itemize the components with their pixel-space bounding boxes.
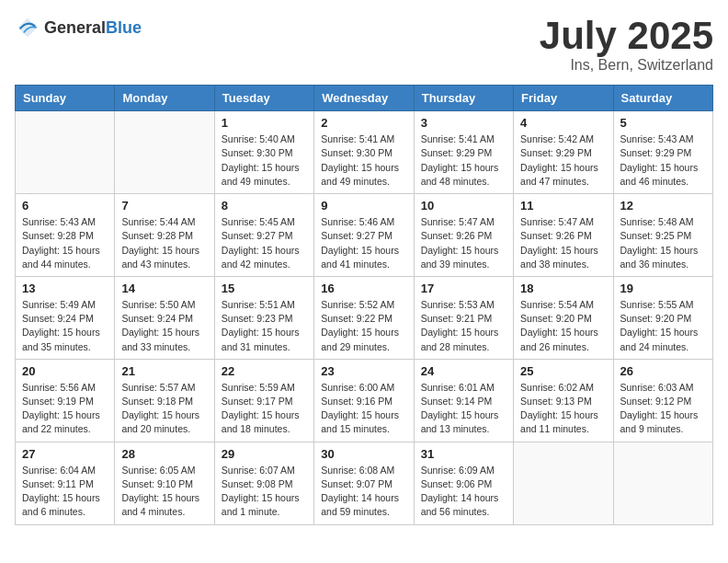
calendar-cell: [514, 442, 613, 524]
logo: GeneralBlue: [15, 15, 142, 40]
day-number: 3: [421, 116, 506, 130]
month-title: July 2025: [540, 15, 713, 57]
day-info: Sunrise: 5:47 AM Sunset: 9:26 PM Dayligh…: [520, 215, 606, 271]
day-info: Sunrise: 6:00 AM Sunset: 9:16 PM Dayligh…: [321, 381, 406, 437]
calendar-cell: 10Sunrise: 5:47 AM Sunset: 9:26 PM Dayli…: [414, 194, 513, 277]
calendar-cell: [115, 111, 214, 194]
calendar-cell: 8Sunrise: 5:45 AM Sunset: 9:27 PM Daylig…: [214, 194, 313, 277]
day-info: Sunrise: 5:43 AM Sunset: 9:28 PM Dayligh…: [22, 215, 108, 271]
day-number: 14: [121, 282, 207, 295]
day-number: 11: [520, 199, 606, 213]
calendar-cell: 12Sunrise: 5:48 AM Sunset: 9:25 PM Dayli…: [613, 194, 712, 277]
day-number: 29: [222, 447, 307, 461]
day-number: 5: [620, 116, 706, 130]
week-row: 13Sunrise: 5:49 AM Sunset: 9:24 PM Dayli…: [16, 276, 713, 359]
week-row: 27Sunrise: 6:04 AM Sunset: 9:11 PM Dayli…: [16, 442, 713, 524]
day-info: Sunrise: 5:41 AM Sunset: 9:30 PM Dayligh…: [321, 132, 406, 189]
day-number: 24: [421, 364, 506, 378]
day-number: 10: [421, 199, 506, 213]
calendar-cell: 27Sunrise: 6:04 AM Sunset: 9:11 PM Dayli…: [16, 442, 115, 524]
weekday-header-row: SundayMondayTuesdayWednesdayThursdayFrid…: [16, 86, 713, 111]
day-number: 19: [620, 282, 706, 295]
day-info: Sunrise: 6:09 AM Sunset: 9:06 PM Dayligh…: [421, 464, 506, 520]
day-info: Sunrise: 5:43 AM Sunset: 9:29 PM Dayligh…: [620, 132, 706, 189]
title-block: July 2025 Ins, Bern, Switzerland: [540, 15, 713, 74]
calendar-cell: 19Sunrise: 5:55 AM Sunset: 9:20 PM Dayli…: [613, 276, 712, 359]
day-number: 2: [321, 116, 406, 130]
calendar-cell: 24Sunrise: 6:01 AM Sunset: 9:14 PM Dayli…: [414, 359, 513, 442]
calendar-cell: 17Sunrise: 5:53 AM Sunset: 9:21 PM Dayli…: [414, 276, 513, 359]
calendar-cell: 21Sunrise: 5:57 AM Sunset: 9:18 PM Dayli…: [115, 359, 214, 442]
weekday-header: Thursday: [414, 86, 513, 111]
day-number: 16: [321, 282, 406, 295]
calendar-cell: 31Sunrise: 6:09 AM Sunset: 9:06 PM Dayli…: [414, 442, 513, 524]
day-info: Sunrise: 5:59 AM Sunset: 9:17 PM Dayligh…: [222, 381, 307, 437]
day-info: Sunrise: 5:50 AM Sunset: 9:24 PM Dayligh…: [121, 298, 207, 354]
day-number: 22: [222, 364, 307, 378]
weekday-header: Friday: [514, 86, 613, 111]
day-info: Sunrise: 6:08 AM Sunset: 9:07 PM Dayligh…: [321, 464, 406, 520]
location-title: Ins, Bern, Switzerland: [540, 57, 713, 74]
day-info: Sunrise: 6:03 AM Sunset: 9:12 PM Dayligh…: [620, 381, 706, 437]
calendar-cell: 11Sunrise: 5:47 AM Sunset: 9:26 PM Dayli…: [514, 194, 613, 277]
day-number: 12: [620, 199, 706, 213]
day-info: Sunrise: 5:48 AM Sunset: 9:25 PM Dayligh…: [620, 215, 706, 271]
calendar-cell: 3Sunrise: 5:41 AM Sunset: 9:29 PM Daylig…: [414, 111, 513, 194]
day-number: 4: [520, 116, 606, 130]
day-number: 26: [620, 364, 706, 378]
day-info: Sunrise: 5:46 AM Sunset: 9:27 PM Dayligh…: [321, 215, 406, 271]
day-number: 9: [321, 199, 406, 213]
day-info: Sunrise: 6:04 AM Sunset: 9:11 PM Dayligh…: [22, 464, 108, 520]
day-info: Sunrise: 5:55 AM Sunset: 9:20 PM Dayligh…: [620, 298, 706, 354]
weekday-header: Monday: [115, 86, 214, 111]
day-info: Sunrise: 5:42 AM Sunset: 9:29 PM Dayligh…: [520, 132, 606, 189]
calendar-cell: 5Sunrise: 5:43 AM Sunset: 9:29 PM Daylig…: [613, 111, 712, 194]
logo-blue: Blue: [106, 18, 142, 37]
calendar-cell: 4Sunrise: 5:42 AM Sunset: 9:29 PM Daylig…: [514, 111, 613, 194]
day-info: Sunrise: 6:07 AM Sunset: 9:08 PM Dayligh…: [222, 464, 307, 520]
calendar-cell: 7Sunrise: 5:44 AM Sunset: 9:28 PM Daylig…: [115, 194, 214, 277]
weekday-header: Saturday: [613, 86, 712, 111]
day-number: 8: [222, 199, 307, 213]
day-info: Sunrise: 5:45 AM Sunset: 9:27 PM Dayligh…: [222, 215, 307, 271]
calendar-cell: 28Sunrise: 6:05 AM Sunset: 9:10 PM Dayli…: [115, 442, 214, 524]
day-number: 15: [222, 282, 307, 295]
calendar-cell: 23Sunrise: 6:00 AM Sunset: 9:16 PM Dayli…: [314, 359, 414, 442]
calendar-cell: 25Sunrise: 6:02 AM Sunset: 9:13 PM Dayli…: [514, 359, 613, 442]
day-info: Sunrise: 5:52 AM Sunset: 9:22 PM Dayligh…: [321, 298, 406, 354]
calendar-cell: 30Sunrise: 6:08 AM Sunset: 9:07 PM Dayli…: [314, 442, 414, 524]
calendar-cell: 14Sunrise: 5:50 AM Sunset: 9:24 PM Dayli…: [115, 276, 214, 359]
calendar-cell: 6Sunrise: 5:43 AM Sunset: 9:28 PM Daylig…: [16, 194, 115, 277]
day-number: 28: [121, 447, 207, 461]
day-info: Sunrise: 5:41 AM Sunset: 9:29 PM Dayligh…: [421, 132, 506, 189]
day-number: 20: [22, 364, 108, 378]
day-number: 25: [520, 364, 606, 378]
calendar-cell: 13Sunrise: 5:49 AM Sunset: 9:24 PM Dayli…: [16, 276, 115, 359]
day-number: 18: [520, 282, 606, 295]
calendar-cell: 18Sunrise: 5:54 AM Sunset: 9:20 PM Dayli…: [514, 276, 613, 359]
day-number: 31: [421, 447, 506, 461]
calendar-cell: 15Sunrise: 5:51 AM Sunset: 9:23 PM Dayli…: [214, 276, 313, 359]
page-header: GeneralBlue July 2025 Ins, Bern, Switzer…: [15, 15, 713, 74]
calendar-cell: 26Sunrise: 6:03 AM Sunset: 9:12 PM Dayli…: [613, 359, 712, 442]
calendar-cell: 9Sunrise: 5:46 AM Sunset: 9:27 PM Daylig…: [314, 194, 414, 277]
calendar-cell: 20Sunrise: 5:56 AM Sunset: 9:19 PM Dayli…: [16, 359, 115, 442]
day-info: Sunrise: 5:47 AM Sunset: 9:26 PM Dayligh…: [421, 215, 506, 271]
calendar-cell: 16Sunrise: 5:52 AM Sunset: 9:22 PM Dayli…: [314, 276, 414, 359]
day-info: Sunrise: 5:40 AM Sunset: 9:30 PM Dayligh…: [222, 132, 307, 189]
calendar-cell: [16, 111, 115, 194]
week-row: 1Sunrise: 5:40 AM Sunset: 9:30 PM Daylig…: [16, 111, 713, 194]
calendar-cell: 29Sunrise: 6:07 AM Sunset: 9:08 PM Dayli…: [214, 442, 313, 524]
calendar-cell: 1Sunrise: 5:40 AM Sunset: 9:30 PM Daylig…: [214, 111, 313, 194]
logo-general: General: [44, 18, 106, 37]
day-info: Sunrise: 5:53 AM Sunset: 9:21 PM Dayligh…: [421, 298, 506, 354]
day-info: Sunrise: 6:05 AM Sunset: 9:10 PM Dayligh…: [121, 464, 207, 520]
day-info: Sunrise: 5:49 AM Sunset: 9:24 PM Dayligh…: [22, 298, 108, 354]
logo-icon: [15, 15, 40, 40]
weekday-header: Wednesday: [314, 86, 414, 111]
calendar-cell: [613, 442, 712, 524]
day-number: 27: [22, 447, 108, 461]
day-info: Sunrise: 5:54 AM Sunset: 9:20 PM Dayligh…: [520, 298, 606, 354]
day-number: 6: [22, 199, 108, 213]
week-row: 20Sunrise: 5:56 AM Sunset: 9:19 PM Dayli…: [16, 359, 713, 442]
